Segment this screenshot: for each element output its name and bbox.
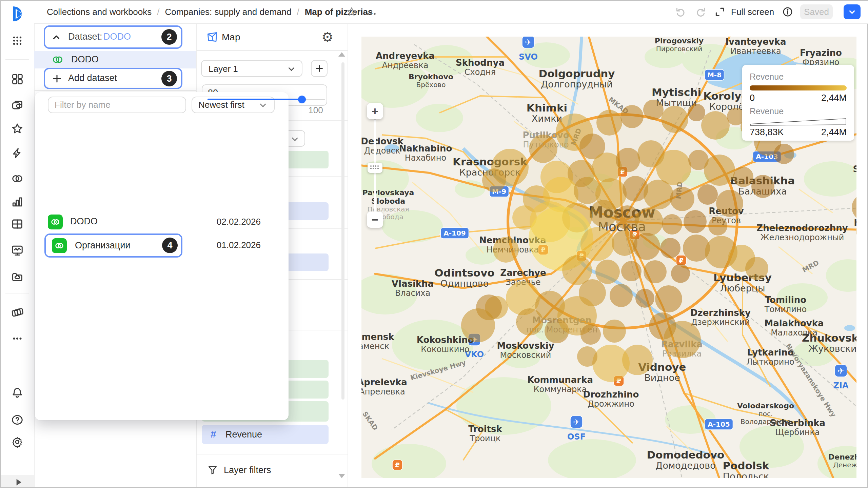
layer-filters-label[interactable]: Layer filters bbox=[224, 465, 271, 475]
legend-size-min: 738,83K bbox=[750, 127, 784, 138]
info-icon[interactable] bbox=[782, 6, 793, 18]
svg-text:Kokoshkino: Kokoshkino bbox=[417, 335, 474, 345]
add-dataset-button[interactable]: Add dataset 3 bbox=[44, 68, 182, 89]
svg-text:✈: ✈ bbox=[573, 418, 580, 427]
sidebar-item-workbooks[interactable] bbox=[11, 98, 24, 111]
fullscreen-expand-icon[interactable] bbox=[714, 6, 726, 18]
zoom-in-button[interactable]: + bbox=[367, 103, 383, 119]
help-icon[interactable] bbox=[11, 413, 24, 426]
svg-text:Sloboda: Sloboda bbox=[371, 197, 405, 205]
sidebar-item-more[interactable] bbox=[11, 332, 24, 345]
svg-text:Dolgoprudny: Dolgoprudny bbox=[538, 67, 615, 80]
svg-text:Dzerzhinsky: Dzerzhinsky bbox=[690, 308, 751, 318]
breadcrumb-separator: / bbox=[297, 7, 299, 17]
svg-text:Видное: Видное bbox=[644, 372, 680, 383]
breadcrumb-collections[interactable]: Collections and workbooks bbox=[47, 7, 152, 17]
svg-text:Андреевка: Андреевка bbox=[382, 61, 429, 70]
saved-button[interactable]: Saved bbox=[800, 4, 833, 19]
svg-text:Одинцово: Одинцово bbox=[440, 278, 489, 289]
svg-text:Zarechye: Zarechye bbox=[500, 268, 546, 278]
svg-text:Lytkarino: Lytkarino bbox=[747, 347, 793, 358]
svg-text:Дзержинский: Дзержинский bbox=[691, 318, 750, 327]
notifications-bell-icon[interactable] bbox=[11, 386, 24, 399]
dataset-list-item-dodo[interactable]: DODO 02.02.2026 bbox=[35, 211, 289, 232]
column-divider bbox=[348, 23, 348, 487]
zoom-out-button[interactable]: − bbox=[367, 211, 383, 228]
favorite-star-icon[interactable] bbox=[346, 6, 357, 18]
redo-icon[interactable] bbox=[695, 6, 707, 18]
legend-size-title: Revenue bbox=[750, 106, 847, 116]
chart-settings-gear-icon[interactable]: ⚙ bbox=[321, 29, 334, 45]
svg-text:Коммунарка: Коммунарка bbox=[534, 385, 587, 394]
panel-scrollbar[interactable] bbox=[341, 62, 344, 400]
breadcrumb: Collections and workbooks / Companies: s… bbox=[47, 1, 373, 23]
sidebar-item-storage[interactable] bbox=[11, 270, 24, 283]
sidebar-item-favorites[interactable] bbox=[11, 122, 24, 135]
dataset-selected-label: DODO bbox=[71, 54, 99, 65]
undo-icon[interactable] bbox=[675, 6, 686, 18]
revenue-field-row[interactable]: # Revenue bbox=[202, 425, 329, 444]
chevron-down-icon bbox=[847, 7, 857, 17]
scroll-up-arrow[interactable] bbox=[338, 52, 345, 57]
svg-text:Skhodnya: Skhodnya bbox=[456, 58, 505, 68]
datalens-logo-icon[interactable] bbox=[8, 5, 27, 22]
svg-text:Pavlovskaya: Pavlovskaya bbox=[362, 188, 414, 197]
svg-text:Жуковский: Жуковский bbox=[808, 343, 856, 354]
sidebar-divider bbox=[5, 59, 29, 60]
chevron-up-icon bbox=[51, 32, 61, 42]
sidebar-item-collections[interactable] bbox=[11, 73, 24, 85]
revenue-field-label: Revenue bbox=[225, 429, 262, 440]
svg-text:Aprelevka: Aprelevka bbox=[361, 377, 407, 387]
sort-select-value: Newest first bbox=[198, 100, 244, 110]
sidebar-item-dashboards[interactable] bbox=[11, 244, 24, 257]
svg-text:Moskovskiy: Moskovskiy bbox=[497, 341, 554, 351]
svg-text:Drozhzhino: Drozhzhino bbox=[583, 389, 639, 400]
svg-text:₽: ₽ bbox=[679, 256, 684, 264]
svg-text:Долгопрудный: Долгопрудный bbox=[541, 79, 613, 89]
svg-text:Dedovsk: Dedovsk bbox=[361, 136, 403, 146]
svg-text:Нахабино: Нахабино bbox=[405, 153, 446, 163]
svg-text:Сходня: Сходня bbox=[465, 67, 496, 77]
organizations-highlight-box: Организации 4 bbox=[44, 233, 182, 258]
fullscreen-button[interactable]: Full screen bbox=[731, 7, 774, 17]
breadcrumb-separator: / bbox=[157, 7, 159, 17]
sidebar-item-charts[interactable] bbox=[11, 195, 24, 208]
expand-sidebar-icon[interactable] bbox=[12, 476, 25, 488]
opacity-slider-track-active[interactable] bbox=[208, 99, 302, 100]
sidebar-item-editor[interactable] bbox=[11, 147, 24, 160]
dataset-list-item-organizations[interactable]: Организации 4 01.02.2026 bbox=[35, 233, 289, 258]
svg-text:Брёхово: Брёхово bbox=[416, 81, 446, 89]
dataset-icon bbox=[48, 215, 63, 229]
chart-type-title: Map bbox=[222, 32, 240, 43]
svg-text:Staraya: Staraya bbox=[853, 164, 856, 174]
svg-text:Mytischi: Mytischi bbox=[652, 86, 701, 98]
svg-text:Nakhabino: Nakhabino bbox=[399, 143, 452, 154]
add-layer-button[interactable] bbox=[311, 60, 328, 77]
filter-by-name-input[interactable] bbox=[48, 97, 186, 113]
save-dropdown-button[interactable] bbox=[844, 4, 861, 19]
svg-text:Апрелевка: Апрелевка bbox=[361, 387, 405, 396]
layer-select[interactable]: Layer 1 bbox=[201, 60, 302, 77]
apps-grid-icon[interactable] bbox=[11, 34, 24, 47]
legend-size-max: 2,44M bbox=[821, 127, 847, 138]
dataset-selected-row[interactable]: DODO bbox=[34, 51, 196, 68]
chevron-down-icon bbox=[288, 65, 294, 71]
more-actions-icon[interactable] bbox=[366, 8, 377, 20]
opacity-slider-handle[interactable] bbox=[298, 96, 306, 103]
zoom-slider-handle[interactable] bbox=[368, 163, 382, 173]
svg-text:Tomilino: Tomilino bbox=[765, 295, 806, 305]
left-sidebar bbox=[1, 1, 35, 487]
svg-text:Железнодорожный: Железнодорожный bbox=[761, 233, 844, 242]
svg-text:Andreyevka: Andreyevka bbox=[376, 51, 435, 61]
sidebar-item-gallery[interactable] bbox=[11, 306, 24, 319]
scroll-down-arrow[interactable] bbox=[338, 474, 345, 478]
plus-icon bbox=[52, 74, 62, 84]
dataset-control-value: DODO bbox=[103, 32, 131, 42]
breadcrumb-workbook[interactable]: Companies: supply and demand bbox=[165, 7, 292, 17]
svg-text:Znamensk: Znamensk bbox=[361, 332, 394, 342]
sidebar-item-datasets[interactable] bbox=[11, 172, 24, 185]
sidebar-item-tables[interactable] bbox=[11, 218, 24, 230]
dataset-control[interactable]: Dataset: DODO 2 bbox=[44, 25, 182, 49]
svg-text:Домодедово: Домодедово bbox=[655, 460, 715, 471]
settings-gear-icon[interactable] bbox=[11, 435, 24, 448]
